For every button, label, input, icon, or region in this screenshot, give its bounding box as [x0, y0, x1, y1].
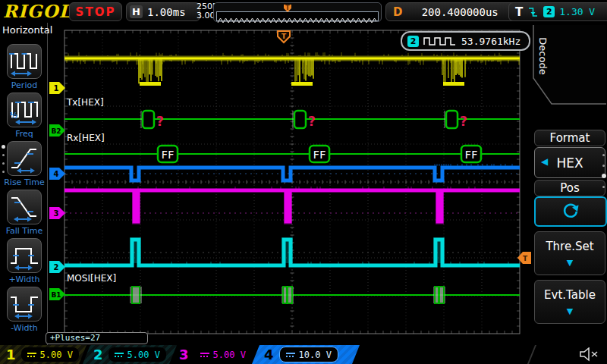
channel-flag-1[interactable]: 1: [49, 82, 65, 94]
right-menu-page-dot: [602, 186, 605, 188]
svg-text:1: 1: [54, 84, 59, 93]
channel-flag-3[interactable]: 3: [49, 207, 65, 219]
oscilloscope-screen: ???FFFFFF Decode 1B2432B1TT RIGOL STOP H…: [0, 0, 607, 364]
channel2-scale-box: 5.00 V: [109, 347, 166, 362]
rise-time-icon: [7, 141, 42, 176]
statusbar-divider: [527, 345, 536, 364]
waveform-display: ???FFFFFF Decode 1B2432B1TT: [0, 0, 607, 364]
frequency-measurement-popup: 2 53.9761kHz: [401, 31, 530, 51]
dc-coupling-icon: [200, 353, 209, 357]
rx-decode-byte: FF: [162, 149, 175, 161]
mosi-decode-frame: [288, 287, 292, 303]
event-table-button[interactable]: Evt.Table ▼: [534, 280, 605, 324]
trigger-box[interactable]: T 2 1.30 V: [508, 2, 607, 21]
freq-popup-channel-badge: 2: [407, 36, 419, 47]
decode-tab-label: Decode: [537, 37, 549, 74]
mosi-bus-label: MOSI[HEX]: [67, 273, 116, 284]
measure-item-freq[interactable]: ½ Freq: [4, 93, 45, 139]
left-menu-page-dot: [2, 171, 5, 173]
svg-text:T: T: [523, 255, 528, 262]
format-label-button[interactable]: Format: [534, 130, 605, 146]
threshold-set-button[interactable]: Thre.Set ▼: [534, 231, 605, 275]
trigger-source-badge: 2: [543, 6, 555, 17]
channel-status-bar: 1 5.00 V 2 5.00 V 3 5.00 V 4 10.0 V: [0, 345, 607, 364]
channel1-status[interactable]: 1 5.00 V: [0, 345, 86, 364]
channel3-status[interactable]: 3 5.00 V: [168, 345, 260, 364]
d-label: D: [393, 5, 402, 19]
preview-zigzag: [217, 17, 376, 24]
delay-box[interactable]: D 200.400000us: [385, 2, 517, 21]
mosi-decode-frame: [283, 287, 287, 303]
left-menu-page-dot: [2, 145, 5, 149]
left-menu-page-dot: [2, 162, 5, 165]
svg-text:T: T: [281, 33, 287, 40]
tx-decode-unknown: ?: [156, 114, 164, 129]
freq-popup-value: 53.9761kHz: [461, 36, 521, 47]
svg-text:B1: B1: [51, 291, 61, 299]
rx-decode-byte: FF: [313, 149, 326, 161]
square-wave-icon: [423, 36, 457, 46]
right-menu-page-dot: [602, 174, 606, 178]
channel4-scale-box: 10.0 V: [279, 347, 338, 362]
channel-flag-B2[interactable]: B2: [49, 124, 65, 136]
speaker-muted-icon[interactable]: [579, 347, 600, 362]
measure-category-title: Horizontal: [2, 24, 52, 36]
svg-text:T: T: [285, 5, 290, 11]
svg-text:3: 3: [54, 209, 59, 218]
measure-item-plus-width[interactable]: +Width: [4, 238, 45, 284]
preview-trigger-icon[interactable]: T: [214, 4, 381, 13]
minus-width-icon: [7, 287, 42, 322]
delay-value: 200.400000us: [410, 6, 510, 18]
channel-flag-2[interactable]: 2: [49, 261, 65, 273]
pos-label-button[interactable]: Pos: [534, 180, 605, 196]
right-menu-page-dot: [602, 154, 605, 156]
dc-coupling-icon: [286, 353, 295, 357]
waveform-preview-bar[interactable]: T: [213, 2, 382, 22]
tx-decode-frame: [446, 111, 458, 128]
horizontal-timebase-box[interactable]: H 1.00ms: [126, 2, 200, 21]
mosi-decode-frame: [435, 287, 439, 303]
dc-coupling-icon: [27, 353, 36, 357]
timebase-value: 1.00ms: [147, 6, 186, 18]
measure-item-rise-time[interactable]: Rise Time: [4, 141, 45, 187]
run-state-badge[interactable]: STOP: [69, 2, 122, 21]
chevron-down-icon: ▼: [535, 306, 605, 316]
mosi-decode-frame: [132, 287, 140, 303]
trigger-level-value: 1.30 V: [559, 6, 595, 17]
rx-decode-byte: FF: [465, 149, 478, 161]
svg-text:2: 2: [54, 263, 59, 271]
channel4-status-selected[interactable]: 4 10.0 V: [252, 345, 360, 364]
period-icon: [7, 44, 42, 79]
right-menu-page-dot: [602, 165, 605, 167]
channel1-scale-box: 5.00 V: [21, 347, 79, 362]
rigol-logo: RIGOL: [3, 1, 72, 21]
fall-time-icon: [7, 190, 42, 224]
plus-width-icon: [7, 238, 42, 273]
measure-item-period[interactable]: Period: [4, 44, 45, 90]
svg-text:B2: B2: [51, 127, 61, 135]
mosi-decode-frame: [439, 287, 444, 303]
pulse-counter: +Pluses=27: [46, 332, 148, 344]
tx-bus-label: Tx[HEX]: [67, 97, 104, 108]
measure-item-fall-time[interactable]: Fall Time: [4, 190, 45, 236]
channel2-status[interactable]: 2 5.00 V: [83, 345, 177, 364]
rx-bus-label: Rx[HEX]: [67, 133, 105, 143]
tx-decode-unknown: ?: [460, 114, 467, 129]
freq-icon: ½: [7, 93, 42, 127]
svg-text:½: ½: [10, 111, 17, 120]
chevron-down-icon: ▼: [535, 258, 605, 268]
falling-edge-icon: [527, 6, 539, 18]
svg-text:4: 4: [54, 170, 59, 178]
chevron-left-icon: ◀: [541, 156, 548, 167]
h-label: H: [130, 5, 143, 18]
measure-item-minus-width[interactable]: -Width: [4, 287, 45, 333]
tx-decode-unknown: ?: [308, 114, 316, 129]
left-menu-page-dot: [2, 154, 5, 156]
format-value-button[interactable]: ◀ HEX: [534, 147, 605, 178]
top-status-bar: RIGOL STOP H 1.00ms 250MSa/s 3.00M pts T…: [0, 0, 607, 23]
pos-reset-button[interactable]: [534, 196, 607, 227]
channel3-scale-box: 5.00 V: [194, 347, 252, 362]
channel-flag-4[interactable]: 4: [49, 168, 65, 180]
rotate-reset-icon: [561, 202, 580, 221]
channel-flag-B1[interactable]: B1: [49, 288, 65, 300]
